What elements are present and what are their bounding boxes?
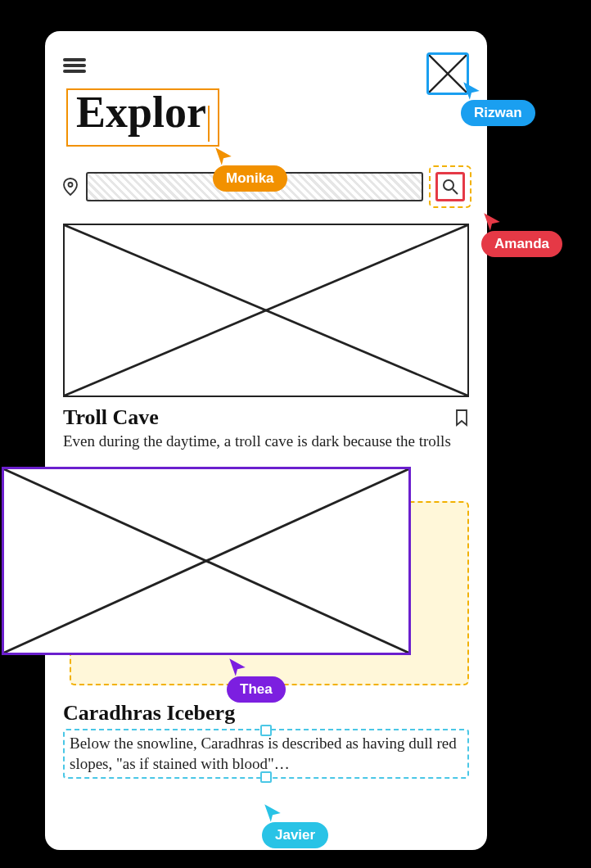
image-placeholder[interactable]	[63, 224, 469, 397]
page-title-text: Explor	[76, 88, 206, 137]
avatar-placeholder[interactable]	[426, 52, 469, 95]
card-title: Caradhras Iceberg	[63, 701, 469, 726]
cursor-amanda: Amanda	[481, 211, 562, 257]
search-row	[63, 168, 469, 206]
text-caret	[208, 106, 210, 142]
text-selection-box[interactable]: Below the snowline, Caradhras is describ…	[63, 729, 469, 779]
card-title: Troll Cave	[63, 405, 159, 430]
phone-frame: Explor Troll C	[45, 31, 487, 850]
location-pin-icon[interactable]	[63, 178, 78, 196]
search-icon	[442, 179, 458, 195]
page-title-editing[interactable]: Explor	[66, 88, 219, 147]
search-input[interactable]	[86, 172, 423, 201]
cursor-label: Amanda	[481, 231, 562, 257]
svg-line-4	[453, 189, 458, 194]
card-description: Even during the daytime, a troll cave is…	[63, 432, 469, 452]
card-caradhras-area	[63, 467, 469, 696]
card-troll-cave: Troll Cave Even during the daytime, a tr…	[63, 224, 469, 452]
bookmark-icon[interactable]	[454, 409, 469, 427]
search-button-selection	[431, 168, 469, 206]
image-placeholder-selected[interactable]	[2, 467, 411, 655]
svg-point-3	[444, 180, 453, 190]
svg-point-2	[69, 183, 73, 187]
card-caradhras: Caradhras Iceberg Below the snowline, Ca…	[63, 701, 469, 779]
card-description: Below the snowline, Caradhras is describ…	[70, 734, 462, 774]
hamburger-icon[interactable]	[63, 56, 86, 75]
search-button[interactable]	[435, 172, 465, 201]
